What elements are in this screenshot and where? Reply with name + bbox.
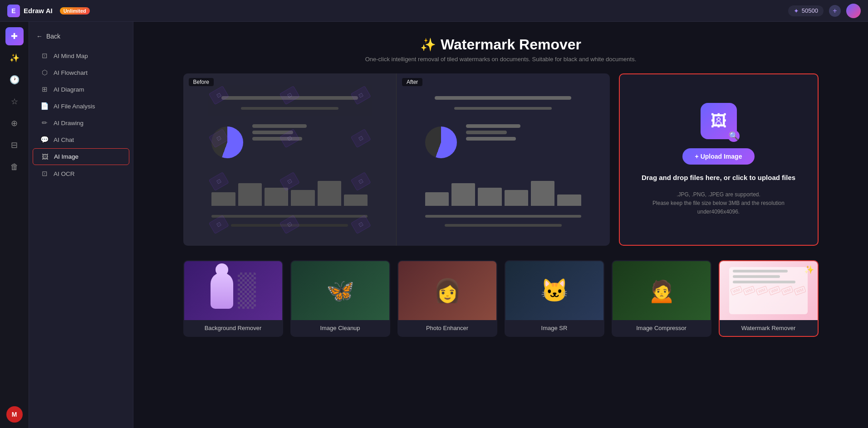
after-doc-chart: [425, 124, 581, 170]
ai-ocr-icon: ⊡: [40, 170, 49, 178]
after-doc-lines: [466, 124, 581, 141]
sidebar-item-ai-flowchart[interactable]: ⬡ AI Flowchart: [33, 64, 129, 81]
sidebar-item-label: AI Drawing: [54, 120, 83, 126]
photo-enhancer-img: 👩: [398, 261, 496, 320]
page-title: ✨ Watermark Remover: [365, 36, 637, 53]
image-sr-img: 🐱: [505, 261, 603, 320]
iconbar-bottom: M: [6, 406, 23, 423]
after-label: After: [402, 78, 422, 86]
sidebar-item-ai-ocr[interactable]: ⊡ AI OCR: [33, 165, 129, 182]
img-compressor-img: 🙍: [613, 261, 711, 320]
bg-remover-img: [184, 261, 282, 320]
iconbar-new[interactable]: ✚: [5, 27, 24, 45]
bar2: [238, 183, 262, 206]
iconbar-star[interactable]: ☆: [5, 92, 24, 111]
bar6: [344, 195, 368, 206]
sidebar-item-label: AI Image: [54, 153, 78, 160]
bg-remover-label: Background Remover: [184, 320, 282, 336]
sr-visual: 🐱: [540, 277, 569, 304]
upload-panel[interactable]: 🖼 + Upload Image Drag and drop files her…: [619, 73, 819, 246]
page-subtitle: One-click intelligent removal of tiled w…: [365, 56, 637, 63]
before-panel: Before: [183, 73, 397, 246]
after-bar4: [505, 190, 528, 206]
after-bar6: [557, 195, 581, 206]
sparkle-icon: ✨: [420, 37, 436, 52]
sidebar-item-ai-drawing[interactable]: ✏ AI Drawing: [33, 115, 129, 131]
sidebar-item-label: AI OCR: [54, 170, 75, 177]
ai-diagram-icon: ⊞: [40, 85, 49, 93]
sidebar-item-ai-chat[interactable]: 💬 AI Chat: [33, 131, 129, 148]
app-logo: E Edraw AI Unlimited: [7, 5, 90, 17]
before-after-container: Before: [183, 73, 610, 246]
tool-card-photo-enhancer[interactable]: 👩 Photo Enhancer: [397, 260, 497, 337]
bar5: [318, 181, 341, 206]
sidebar-item-ai-image[interactable]: 🖼 AI Image: [33, 148, 129, 165]
plus-button[interactable]: +: [829, 5, 841, 17]
tool-card-background-remover[interactable]: Background Remover: [183, 260, 283, 337]
user-avatar[interactable]: M: [6, 406, 23, 423]
tool-card-image-sr[interactable]: 🐱 Image SR: [505, 260, 604, 337]
img-cleanup-img: 🦋: [291, 261, 389, 320]
iconbar-shapes[interactable]: ⊟: [5, 136, 24, 154]
photo-enhancer-label: Photo Enhancer: [398, 320, 496, 336]
after-panel: After: [396, 73, 610, 246]
page-header: ✨ Watermark Remover One-click intelligen…: [365, 36, 637, 63]
wm-stamp: WM: [781, 286, 794, 295]
tool-card-image-compressor[interactable]: 🙍 Image Compressor: [612, 260, 711, 337]
ai-chat-icon: 💬: [40, 136, 49, 144]
tool-card-watermark-remover[interactable]: ✨ WM WM WM WM WM WM: [719, 260, 819, 337]
upload-button[interactable]: + Upload Image: [682, 148, 755, 165]
compressor-visual: 🙍: [647, 277, 676, 304]
img-cleanup-label: Image Cleanup: [291, 320, 389, 336]
credits-box[interactable]: ✦ 50500: [788, 5, 824, 16]
before-doc-mockup: ⊡ ⊡ ⊡ ⊡ ⊡ ⊡ ⊡ ⊡ ⊡ ⊡ ⊡ ⊡: [183, 73, 397, 246]
after-doc-bar-chart: [425, 179, 581, 206]
tool-cards: Background Remover 🦋 Image Cleanup 👩 Pho…: [183, 260, 819, 337]
iconbar-layers[interactable]: ⊕: [5, 114, 24, 132]
sidebar: ← Back ⊡ AI Mind Map ⬡ AI Flowchart ⊞ AI…: [29, 22, 133, 428]
unlimited-badge: Unlimited: [60, 7, 90, 15]
wm-card-watermarks: WM WM WM WM WM WM: [729, 267, 808, 314]
credits-icon: ✦: [794, 7, 799, 15]
wm-stamp: WM: [769, 286, 781, 295]
topbar-right: ✦ 50500 +: [788, 4, 861, 18]
wm-stamp: WM: [756, 286, 768, 295]
iconbar-history[interactable]: 🕐: [5, 71, 24, 89]
icon-bar: ✚ ✨ 🕐 ☆ ⊕ ⊟ 🗑 M: [0, 22, 29, 428]
img-compressor-label: Image Compressor: [613, 320, 711, 336]
wm-stamp: WM: [731, 286, 743, 295]
upload-drag-text: Drag and drop files here, or click to up…: [642, 174, 795, 181]
content-area: ✨ Watermark Remover One-click intelligen…: [133, 22, 868, 428]
ai-image-icon: 🖼: [40, 153, 49, 160]
wm-remover-label: Watermark Remover: [720, 320, 818, 336]
main-layout: ✚ ✨ 🕐 ☆ ⊕ ⊟ 🗑 M ← Back ⊡ AI Mind Map ⬡ A…: [0, 22, 868, 428]
credits-value: 50500: [802, 7, 818, 14]
back-arrow: ←: [36, 33, 43, 40]
sidebar-item-label: AI Mind Map: [54, 53, 88, 59]
upload-support-text: .JPG, .PNG, .JPEG are supported. Please …: [633, 190, 804, 217]
ai-file-analysis-icon: 📄: [40, 102, 49, 110]
avatar[interactable]: [846, 4, 861, 18]
sidebar-item-label: AI File Analysis: [54, 103, 95, 110]
app-name: Edraw AI: [24, 7, 53, 15]
ai-mind-map-icon: ⊡: [40, 52, 49, 60]
after-pie-chart: [425, 126, 457, 158]
bar1: [211, 192, 235, 206]
sidebar-item-label: AI Flowchart: [54, 69, 88, 76]
sidebar-item-ai-file-analysis[interactable]: 📄 AI File Analysis: [33, 98, 129, 114]
upload-icon-big: 🖼: [701, 103, 737, 139]
tool-card-image-cleanup[interactable]: 🦋 Image Cleanup: [290, 260, 390, 337]
after-bar1: [425, 192, 449, 206]
sidebar-item-ai-mind-map[interactable]: ⊡ AI Mind Map: [33, 48, 129, 64]
iconbar-trash[interactable]: 🗑: [5, 158, 24, 176]
wm-card-visual: WM WM WM WM WM WM: [729, 267, 808, 314]
after-doc-mockup: [397, 73, 610, 246]
image-sr-label: Image SR: [505, 320, 603, 336]
after-bar3: [478, 188, 501, 206]
before-label: Before: [189, 78, 214, 86]
iconbar-ai[interactable]: ✨: [5, 49, 24, 67]
sidebar-item-ai-diagram[interactable]: ⊞ AI Diagram: [33, 81, 129, 97]
doc-lines: [252, 124, 368, 141]
back-button[interactable]: ← Back: [29, 29, 133, 47]
wm-stamp: WM: [743, 286, 755, 295]
